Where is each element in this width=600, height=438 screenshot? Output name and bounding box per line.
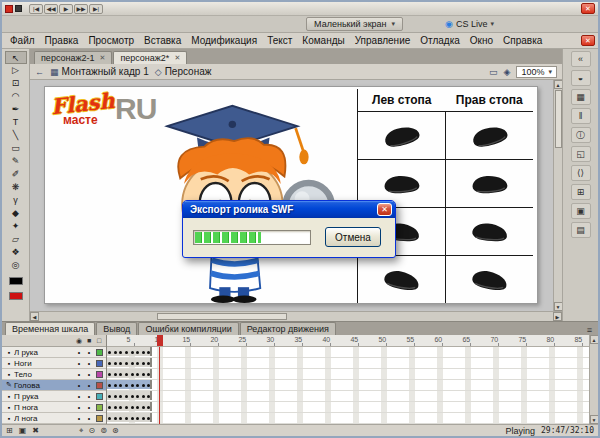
close-document-button[interactable]: ✕ xyxy=(581,35,595,46)
cs-live-button[interactable]: ◉ CS Live ▾ xyxy=(445,19,494,29)
timeline-tab-1[interactable]: Вывод xyxy=(96,322,137,335)
layer-lock-dot[interactable]: • xyxy=(84,404,94,411)
layer-row-0[interactable]: ▪Л рука•• xyxy=(2,347,106,358)
stroke-color-swatch[interactable] xyxy=(5,275,27,287)
layer-lock-dot[interactable]: • xyxy=(84,349,94,356)
layer-visible-dot[interactable]: • xyxy=(74,393,84,400)
layer-row-3[interactable]: ✎Голова•• xyxy=(2,380,106,391)
menu-item-6[interactable]: Команды xyxy=(297,34,349,47)
transform-panel-icon[interactable]: ◱ xyxy=(571,146,591,162)
timeline-tab-3[interactable]: Редактор движения xyxy=(240,322,336,335)
layer-visible-dot[interactable]: • xyxy=(74,349,84,356)
frames-row-1[interactable] xyxy=(107,358,589,369)
pencil-tool[interactable]: ✎ xyxy=(5,155,27,168)
stop-icon[interactable] xyxy=(15,5,22,12)
code-snippets-panel-icon[interactable]: ⟨⟩ xyxy=(571,165,591,181)
frames-row-6[interactable] xyxy=(107,413,589,424)
menu-item-10[interactable]: Справка xyxy=(498,34,547,47)
frames-area[interactable]: 510152025303540455055606570758085 xyxy=(107,335,589,424)
doc-tab-0[interactable]: персонаж2-1✕ xyxy=(34,51,112,64)
timeline-tab-2[interactable]: Ошибки компиляции xyxy=(138,322,238,335)
menu-item-5[interactable]: Текст xyxy=(262,34,297,47)
layer-lock-dot[interactable]: • xyxy=(84,415,94,422)
layer-row-6[interactable]: ▪Л нога•• xyxy=(2,413,106,424)
deco-tool[interactable]: ❋ xyxy=(5,181,27,194)
play-button[interactable]: ▶ xyxy=(59,4,73,14)
menu-item-0[interactable]: Файл xyxy=(5,34,40,47)
layer-visible-dot[interactable]: • xyxy=(74,404,84,411)
layer-visible-dot[interactable]: • xyxy=(74,371,84,378)
go-last-button[interactable]: ▶| xyxy=(89,4,103,14)
align-panel-icon[interactable]: ‖ xyxy=(571,108,591,124)
playhead-marker[interactable] xyxy=(157,335,163,346)
components-panel-icon[interactable]: ⊞ xyxy=(571,184,591,200)
layer-row-5[interactable]: ▪П нога•• xyxy=(2,402,106,413)
eraser-tool[interactable]: ▱ xyxy=(5,233,27,246)
scroll-left-icon[interactable]: ◀ xyxy=(30,312,39,321)
vertical-scroll-thumb[interactable] xyxy=(555,90,562,148)
menu-item-3[interactable]: Вставка xyxy=(139,34,186,47)
edit-symbol-icon[interactable]: ◈ xyxy=(504,67,511,77)
lock-icon[interactable]: ■ xyxy=(84,337,94,344)
horizontal-scroll-thumb[interactable] xyxy=(157,313,287,320)
hand-tool[interactable]: ❖ xyxy=(5,246,27,259)
zoom-tool[interactable]: ◎ xyxy=(5,259,27,272)
panel-menu-icon[interactable]: ≡ xyxy=(584,325,595,335)
menu-item-9[interactable]: Окно xyxy=(465,34,498,47)
dialog-close-button[interactable]: ✕ xyxy=(377,203,392,216)
frame-ruler[interactable]: 510152025303540455055606570758085 xyxy=(107,335,589,347)
layer-lock-dot[interactable]: • xyxy=(84,360,94,367)
layer-lock-dot[interactable]: • xyxy=(84,393,94,400)
pasteboard[interactable]: Flash RU масте xyxy=(30,80,553,311)
menu-item-7[interactable]: Управление xyxy=(350,34,416,47)
frames-row-2[interactable] xyxy=(107,369,589,380)
menu-item-1[interactable]: Правка xyxy=(40,34,84,47)
dialog-titlebar[interactable]: Экспорт ролика SWF ✕ xyxy=(183,201,395,218)
layer-row-4[interactable]: ▪П рука•• xyxy=(2,391,106,402)
timeline-vertical-scrollbar[interactable]: ▲ ▼ xyxy=(589,335,598,424)
workspace-switcher[interactable]: Маленький экран ▾ xyxy=(306,17,403,31)
layer-row-1[interactable]: ▪Ноги•• xyxy=(2,358,106,369)
forward-button[interactable]: ▶▶ xyxy=(74,4,88,14)
stage[interactable]: Flash RU масте xyxy=(44,86,538,304)
rectangle-tool[interactable]: ▭ xyxy=(5,142,27,155)
close-window-button[interactable]: ✕ xyxy=(581,3,595,14)
frames-row-4[interactable] xyxy=(107,391,589,402)
doc-tab-1[interactable]: персонаж2*✕ xyxy=(113,51,187,64)
text-tool[interactable]: T xyxy=(5,116,27,129)
scroll-down-icon[interactable]: ▼ xyxy=(590,415,599,424)
menu-item-8[interactable]: Отладка xyxy=(415,34,465,47)
scroll-right-icon[interactable]: ▶ xyxy=(553,312,562,321)
edit-multiple-frames-icon[interactable]: ⊛ xyxy=(112,426,119,436)
motion-presets-panel-icon[interactable]: ▣ xyxy=(571,203,591,219)
new-folder-icon[interactable]: ▣ xyxy=(19,426,27,435)
zoom-dropdown[interactable]: 100% ▾ xyxy=(516,66,557,78)
eyedropper-tool[interactable]: ✦ xyxy=(5,220,27,233)
breadcrumb-symbol[interactable]: ◇ Персонаж xyxy=(155,66,212,77)
layer-row-2[interactable]: ▪Тело•• xyxy=(2,369,106,380)
brush-tool[interactable]: ✐ xyxy=(5,168,27,181)
layer-visible-dot[interactable]: • xyxy=(74,382,84,389)
library-panel-icon[interactable]: ▤ xyxy=(571,222,591,238)
lasso-tool[interactable]: ◠ xyxy=(5,90,27,103)
edit-scene-icon[interactable]: ▭ xyxy=(489,67,498,77)
back-arrow-icon[interactable]: ← xyxy=(35,67,44,77)
layer-lock-dot[interactable]: • xyxy=(84,382,94,389)
frames-row-5[interactable] xyxy=(107,402,589,413)
canvas-vertical-scrollbar[interactable]: ▲ ▼ xyxy=(553,80,562,311)
onion-skin-outlines-icon[interactable]: ⊚ xyxy=(100,426,107,436)
new-layer-icon[interactable]: ⊞ xyxy=(6,426,13,435)
eye-icon[interactable]: ◉ xyxy=(74,337,84,345)
frames-row-3[interactable] xyxy=(107,380,589,391)
rewind-button[interactable]: ◀◀ xyxy=(44,4,58,14)
fill-color-swatch[interactable] xyxy=(5,290,27,302)
pen-tool[interactable]: ✒ xyxy=(5,103,27,116)
close-tab-icon[interactable]: ✕ xyxy=(174,54,180,62)
free-transform-tool[interactable]: ⊡ xyxy=(5,77,27,90)
timeline-tab-0[interactable]: Временная шкала xyxy=(5,322,95,335)
go-first-button[interactable]: |◀ xyxy=(29,4,43,14)
layer-lock-dot[interactable]: • xyxy=(84,371,94,378)
delete-layer-icon[interactable]: ✖ xyxy=(32,426,39,435)
layer-visible-dot[interactable]: • xyxy=(74,415,84,422)
center-frame-icon[interactable]: ⌖ xyxy=(79,426,84,436)
